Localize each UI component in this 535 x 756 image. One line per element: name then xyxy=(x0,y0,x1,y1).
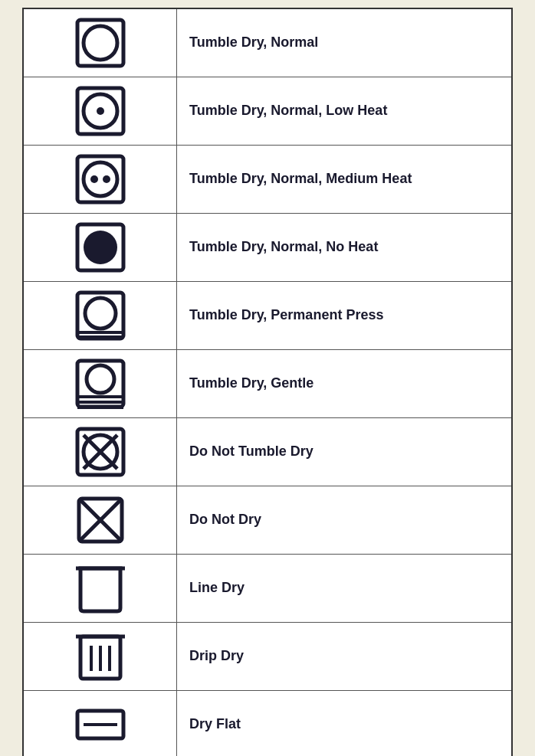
table-row: Tumble Dry, Normal, No Heat xyxy=(24,214,511,282)
svg-point-1 xyxy=(84,26,117,60)
row-label: Tumble Dry, Normal xyxy=(177,26,511,59)
dry-flat-icon xyxy=(73,697,128,752)
tumble-dry-permanent-press-icon xyxy=(73,288,128,343)
icon-cell xyxy=(24,9,177,77)
do-not-dry-icon xyxy=(73,493,128,548)
row-label: Drip Dry xyxy=(177,640,511,673)
tumble-dry-low-heat-icon xyxy=(73,83,128,139)
table-row: Tumble Dry, Gentle xyxy=(24,350,511,418)
table-row: Tumble Dry, Normal, Low Heat xyxy=(24,77,511,146)
icon-cell xyxy=(24,214,177,281)
icon-cell xyxy=(24,623,177,690)
icon-cell xyxy=(24,418,177,486)
row-label: Do Not Tumble Dry xyxy=(177,435,511,468)
row-label: Dry Flat xyxy=(177,708,511,741)
table-row: Tumble Dry, Normal, Medium Heat xyxy=(24,146,511,214)
row-label: Tumble Dry, Normal, Medium Heat xyxy=(177,162,511,195)
table-row: Do Not Tumble Dry xyxy=(24,418,511,486)
icon-cell xyxy=(24,555,177,622)
svg-point-12 xyxy=(85,298,116,329)
svg-rect-15 xyxy=(77,361,123,407)
drip-dry-icon xyxy=(73,629,128,684)
svg-point-10 xyxy=(84,231,117,264)
tumble-dry-gentle-icon xyxy=(73,356,128,411)
icon-cell xyxy=(24,146,177,213)
icon-cell xyxy=(24,282,177,349)
row-label: Tumble Dry, Normal, No Heat xyxy=(177,231,511,263)
icon-cell xyxy=(24,350,177,417)
row-label: Tumble Dry, Permanent Press xyxy=(177,299,511,332)
row-label: Tumble Dry, Gentle xyxy=(177,367,511,400)
table-row: Tumble Dry, Permanent Press xyxy=(24,282,511,350)
row-label: Line Dry xyxy=(177,571,511,604)
do-not-tumble-dry-icon xyxy=(73,424,128,479)
laundry-symbols-table: Tumble Dry, Normal Tumble Dry, Normal, L… xyxy=(22,8,513,756)
icon-cell xyxy=(24,77,177,145)
line-dry-icon xyxy=(73,561,128,616)
svg-point-4 xyxy=(97,107,104,115)
tumble-dry-no-heat-icon xyxy=(73,220,128,275)
svg-point-8 xyxy=(103,175,110,183)
tumble-dry-medium-heat-icon xyxy=(73,152,128,207)
table-row: Do Not Dry xyxy=(24,486,511,555)
table-row: Line Dry xyxy=(24,555,511,623)
svg-point-6 xyxy=(84,162,117,196)
icon-cell xyxy=(24,486,177,554)
table-row: Dry Flat xyxy=(24,691,511,756)
table-row: Tumble Dry, Normal xyxy=(24,9,511,77)
svg-point-16 xyxy=(87,365,114,393)
table-row: Drip Dry xyxy=(24,623,511,691)
svg-point-7 xyxy=(90,175,98,183)
tumble-dry-normal-icon xyxy=(73,15,128,70)
icon-cell xyxy=(24,691,177,756)
row-label: Tumble Dry, Normal, Low Heat xyxy=(177,94,511,127)
row-label: Do Not Dry xyxy=(177,503,511,536)
